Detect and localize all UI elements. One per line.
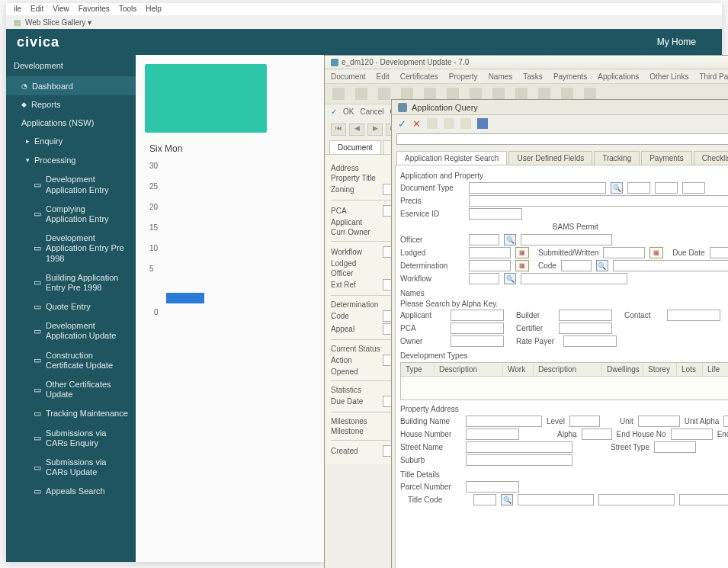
nav-first[interactable]: ⏮ bbox=[331, 124, 346, 136]
subwrit-input[interactable] bbox=[603, 247, 645, 258]
sidebar-item-6[interactable]: ▭Construction Certificate Update bbox=[6, 346, 136, 375]
tab-payments[interactable]: Payments bbox=[641, 151, 691, 165]
lookup-icon[interactable]: 🔍 bbox=[504, 234, 516, 245]
col-storey[interactable]: Storey bbox=[643, 363, 677, 376]
wm-other[interactable]: Other Links bbox=[649, 72, 688, 81]
tb-icon[interactable] bbox=[538, 88, 550, 100]
calendar-icon[interactable]: ▦ bbox=[515, 247, 529, 258]
sidebar-enquiry[interactable]: ▸Enquiry bbox=[6, 132, 136, 151]
lookup-icon[interactable]: 🔍 bbox=[596, 260, 608, 271]
menu-tools[interactable]: Tools bbox=[119, 5, 136, 14]
doc-seg1[interactable] bbox=[627, 182, 650, 194]
certifier-input[interactable] bbox=[559, 323, 612, 334]
sidebar-item-10[interactable]: ▭Submissions via CARs Update bbox=[6, 453, 136, 482]
pca-input2[interactable] bbox=[451, 323, 504, 334]
menu-fav[interactable]: Favorites bbox=[79, 5, 110, 14]
lookup-icon[interactable]: 🔍 bbox=[611, 182, 623, 194]
menu-file[interactable]: ile bbox=[14, 5, 21, 14]
stype-input[interactable] bbox=[654, 441, 696, 453]
wm-prop[interactable]: Property bbox=[449, 72, 478, 81]
owner-input[interactable] bbox=[451, 335, 504, 347]
tb-icon[interactable] bbox=[561, 88, 573, 100]
tab-checklist[interactable]: Checklist Items bbox=[694, 151, 728, 165]
col-dwell[interactable]: Dwellings bbox=[602, 363, 643, 376]
help-icon[interactable] bbox=[477, 118, 488, 129]
wm-names[interactable]: Names bbox=[489, 72, 513, 81]
lodged-input[interactable] bbox=[469, 247, 511, 258]
sidebar-processing[interactable]: ▾Processing bbox=[6, 151, 136, 170]
title-seg2[interactable] bbox=[598, 494, 675, 505]
sidebar-item-7[interactable]: ▭Other Certificates Update bbox=[6, 375, 136, 404]
wm-tasks[interactable]: Tasks bbox=[523, 72, 543, 81]
tb-icon[interactable] bbox=[470, 88, 482, 100]
tb-icon[interactable] bbox=[401, 88, 413, 100]
sidebar-item-2[interactable]: ▭Development Application Entry Pre 1998 bbox=[6, 229, 136, 268]
hnum-input[interactable] bbox=[466, 428, 519, 440]
tab-register-search[interactable]: Application Register Search bbox=[396, 151, 507, 165]
doc-seg3[interactable] bbox=[682, 182, 705, 194]
tb-icon[interactable] bbox=[424, 88, 436, 100]
menu-help[interactable]: Help bbox=[146, 5, 162, 14]
sidebar-reports[interactable]: ◆Reports bbox=[6, 95, 136, 114]
contact-input[interactable] bbox=[667, 310, 720, 321]
tb-icon[interactable] bbox=[460, 118, 471, 129]
builder-input[interactable] bbox=[559, 310, 612, 321]
sidebar-development[interactable]: Development bbox=[6, 55, 136, 77]
sidebar-dashboard[interactable]: ◔Dashboard bbox=[6, 77, 136, 95]
tb-icon[interactable] bbox=[355, 88, 367, 100]
code-input[interactable] bbox=[561, 260, 592, 271]
sidebar-item-0[interactable]: ▭Development Application Entry bbox=[6, 170, 136, 199]
det-input[interactable] bbox=[469, 260, 511, 271]
tab-document[interactable]: Document bbox=[329, 140, 381, 154]
wf-desc[interactable] bbox=[521, 273, 627, 284]
endhnum-input[interactable] bbox=[671, 428, 713, 440]
lookup-icon[interactable]: 🔍 bbox=[501, 494, 513, 505]
doc-seg2[interactable] bbox=[655, 182, 678, 194]
check-icon[interactable]: ✓ bbox=[331, 108, 337, 116]
menu-edit[interactable]: Edit bbox=[30, 5, 43, 14]
tb-icon[interactable] bbox=[447, 88, 459, 100]
ualpha-input[interactable] bbox=[723, 416, 728, 427]
tab-udf[interactable]: User Defined Fields bbox=[508, 151, 592, 165]
sidebar-item-4[interactable]: ▭Quote Entry bbox=[6, 297, 136, 316]
code-desc[interactable] bbox=[613, 260, 728, 271]
col-life[interactable]: Life bbox=[703, 363, 728, 376]
confirm-icon[interactable]: ✓ bbox=[398, 118, 406, 130]
alpha-input[interactable] bbox=[582, 428, 612, 440]
tb-icon[interactable] bbox=[492, 88, 505, 100]
calendar-icon[interactable]: ▦ bbox=[649, 247, 663, 258]
officer-name[interactable] bbox=[521, 234, 612, 245]
officer-input[interactable] bbox=[469, 234, 499, 245]
applicant-input[interactable] bbox=[451, 310, 504, 321]
level-input[interactable] bbox=[569, 416, 600, 427]
col-lots[interactable]: Lots bbox=[677, 363, 703, 376]
tb-icon[interactable] bbox=[332, 88, 345, 100]
wm-tp[interactable]: Third Party bbox=[699, 72, 728, 81]
col-work[interactable]: Work bbox=[503, 363, 534, 376]
cancel-icon[interactable]: ✕ bbox=[412, 118, 421, 130]
titlecode-input[interactable] bbox=[473, 494, 496, 505]
tb-icon[interactable] bbox=[427, 118, 438, 129]
web-slice-gallery[interactable]: Web Slice Gallery ▾ bbox=[25, 18, 91, 27]
sidebar-item-1[interactable]: ▭Complying Application Entry bbox=[6, 200, 136, 229]
lookup-icon[interactable]: 🔍 bbox=[504, 273, 516, 284]
cancel-button[interactable]: Cancel bbox=[360, 108, 383, 116]
sidebar-item-3[interactable]: ▭Building Application Entry Pre 1998 bbox=[6, 268, 136, 297]
duedate-input[interactable] bbox=[710, 247, 728, 258]
tb-icon[interactable] bbox=[378, 88, 390, 100]
bname-input[interactable] bbox=[466, 416, 542, 427]
my-home-link[interactable]: My Home bbox=[657, 37, 696, 47]
table-body[interactable] bbox=[401, 377, 728, 400]
title-seg1[interactable] bbox=[518, 494, 594, 505]
col-desc[interactable]: Description bbox=[435, 363, 503, 376]
wm-document[interactable]: Document bbox=[331, 72, 366, 81]
nav-next[interactable]: ▶ bbox=[367, 124, 383, 136]
unit-input[interactable] bbox=[638, 416, 680, 427]
tb-icon[interactable] bbox=[444, 118, 454, 129]
doctype-input[interactable] bbox=[469, 182, 606, 194]
sidebar-item-11[interactable]: ▭Appeals Search bbox=[6, 482, 136, 501]
sidebar-applications[interactable]: Applications (NSW) bbox=[6, 114, 136, 132]
tb-icon[interactable] bbox=[515, 88, 528, 100]
sidebar-item-8[interactable]: ▭Tracking Maintenance bbox=[6, 404, 136, 423]
col-type[interactable]: Type bbox=[401, 363, 435, 376]
